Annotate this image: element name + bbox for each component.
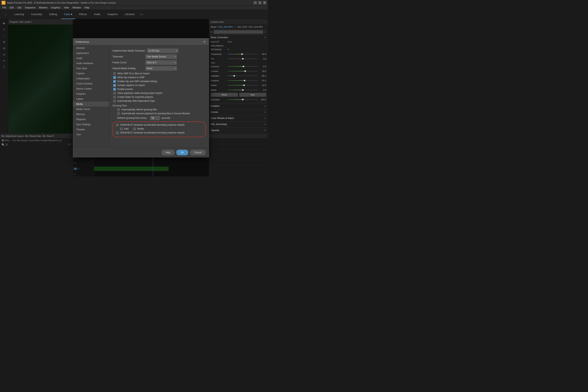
auto-hide-dependent-checkbox[interactable] <box>113 100 116 102</box>
panel-icon-6[interactable]: ◎ <box>0 51 8 58</box>
menu-sequence[interactable]: Sequence <box>23 6 37 10</box>
panel-icon-2[interactable]: ✂ <box>0 26 8 32</box>
sidebar-item-audio[interactable]: Audio <box>73 56 109 61</box>
sidebar-item-trim[interactable]: Trim <box>73 132 109 137</box>
vignette-header[interactable]: Vignette ✓ <box>211 129 266 132</box>
maximize-button[interactable]: □ <box>258 1 262 4</box>
sidebar-item-collaboration[interactable]: Collaboration <box>73 76 109 81</box>
menu-help[interactable]: Help <box>83 6 91 10</box>
indeterminate-timebase-select[interactable]: 23.976 fps <box>147 48 178 53</box>
tab-audio[interactable]: Audio <box>91 10 104 19</box>
menu-markers[interactable]: Markers <box>38 6 49 10</box>
bin-2-tab[interactable]: Bin: Ritural Clips <box>25 135 41 137</box>
sidebar-item-capture[interactable]: Capture <box>73 71 109 76</box>
clip1-name[interactable]: DSC_6141.MP4 <box>218 26 233 28</box>
cancel-button[interactable]: Cancel <box>190 150 206 155</box>
basic-correction-toggle[interactable]: ✓ <box>264 36 266 39</box>
tab-color[interactable]: Color <box>61 10 75 19</box>
sidebar-item-sync-settings[interactable]: Sync Settings <box>73 122 109 127</box>
minimize-button[interactable]: ─ <box>254 1 257 4</box>
curves-toggle[interactable]: ✓ <box>264 111 266 114</box>
sidebar-item-media[interactable]: Media <box>73 102 109 106</box>
sidebar-item-device-control[interactable]: Device Control <box>73 86 109 91</box>
temperature-slider[interactable] <box>228 54 258 54</box>
curves-header[interactable]: Curves ✓ <box>211 111 266 114</box>
allow-duplicate-checkbox[interactable] <box>113 92 116 94</box>
create-folder-checkbox[interactable] <box>113 96 116 98</box>
ok-button[interactable]: OK <box>176 150 188 155</box>
sidebar-item-audio-hardware[interactable]: Audio Hardware <box>73 61 109 66</box>
tint-slider[interactable] <box>228 58 258 59</box>
sidebar-item-auto-save[interactable]: Auto Save <box>73 66 109 71</box>
panel-icon-5[interactable]: ⊗ <box>0 45 8 51</box>
sidebar-item-general[interactable]: General <box>73 46 109 50</box>
sidebar-item-media-cache[interactable]: Media Cache <box>73 106 109 112</box>
menu-clip[interactable]: Clip <box>16 6 23 10</box>
window-controls[interactable]: ─ □ ✕ <box>254 1 266 4</box>
help-button[interactable]: Help <box>162 150 175 155</box>
highlights-slider[interactable] <box>228 76 258 76</box>
sidebar-item-control-surface[interactable]: Control Surface <box>73 81 109 86</box>
tab-graphics[interactable]: Graphics <box>104 10 121 19</box>
search-icon[interactable]: 🔍 <box>2 143 5 146</box>
bin-1-tab[interactable]: Bin: Adjustment Layers <box>2 135 24 137</box>
menu-graphics[interactable]: Graphics <box>50 6 62 10</box>
default-scaling-select[interactable]: None <box>146 66 177 70</box>
tab-libraries[interactable]: Libraries <box>122 10 138 19</box>
sidebar-item-timeline[interactable]: Timeline <box>73 127 109 132</box>
panel-icon-7[interactable]: ✏ <box>0 58 8 64</box>
sidebar-item-memory[interactable]: Memory <box>73 112 109 117</box>
lumetri-color-picker[interactable] <box>214 30 263 34</box>
panel-icon-3[interactable]: ↕ <box>0 32 8 39</box>
panel-icon-8[interactable]: T <box>0 64 8 70</box>
panel-icon-4[interactable]: ⊕ <box>0 39 8 45</box>
tab-assembly[interactable]: Assembly <box>28 10 45 19</box>
tab-learning[interactable]: Learning <box>11 10 27 19</box>
frame-count-select[interactable]: Start at 0 <box>146 60 177 65</box>
home-button[interactable]: ⌂ <box>3 12 8 17</box>
reset-icon[interactable]: ↺ <box>264 31 266 33</box>
menu-file[interactable]: File <box>1 6 8 10</box>
sidebar-item-graphics[interactable]: Graphics <box>73 91 109 96</box>
hsl-secondary-header[interactable]: HSL Secondary ✓ <box>211 123 266 126</box>
exposure-slider[interactable] <box>228 66 258 67</box>
sidebar-item-labels[interactable]: Labels <box>73 96 109 102</box>
reset-button[interactable]: Reset <box>211 93 238 97</box>
blacks-slider[interactable] <box>228 90 258 90</box>
hw-intel-checkbox[interactable] <box>120 128 122 130</box>
tab-effects[interactable]: Effects <box>76 10 90 19</box>
enable-proxies-checkbox[interactable]: ✓ <box>113 88 116 90</box>
saturation-slider[interactable] <box>228 99 258 100</box>
list-view-icon[interactable]: ☰ <box>6 143 8 146</box>
tab-editing[interactable]: Editing <box>46 10 60 19</box>
write-clip-markers-checkbox[interactable]: ✓ <box>113 76 116 79</box>
bin-3-tab[interactable]: Bin: Raw Fr <box>43 135 54 137</box>
basic-correction-header[interactable]: Basic Correction ✓ <box>211 36 266 39</box>
hw-decode-checkbox[interactable] <box>116 124 118 126</box>
panel-icon-1[interactable]: ▶ <box>0 20 8 26</box>
hsl-secondary-toggle[interactable]: ✓ <box>264 123 266 126</box>
enable-clip-metadata-checkbox[interactable]: ✓ <box>113 80 116 83</box>
shadows-slider[interactable] <box>228 80 258 81</box>
creative-toggle[interactable]: ✓ <box>264 105 266 108</box>
nav-more-button[interactable]: >> <box>138 12 144 17</box>
auto-button[interactable]: Auto <box>239 93 266 97</box>
whites-slider[interactable] <box>228 85 258 86</box>
menu-view[interactable]: View <box>62 6 70 10</box>
eyedropper-icon[interactable]: ✒ <box>228 48 229 51</box>
menu-edit[interactable]: Edit <box>8 6 15 10</box>
hw-nvidia-checkbox[interactable] <box>133 128 136 130</box>
hw-encode-checkbox[interactable] <box>116 132 118 134</box>
menu-window[interactable]: Window <box>71 6 82 10</box>
refresh-interval-input[interactable] <box>150 116 160 120</box>
include-captions-checkbox[interactable]: ✓ <box>113 84 116 87</box>
close-button[interactable]: ✕ <box>263 1 266 4</box>
dialog-close-button[interactable]: ✕ <box>202 40 206 44</box>
lumetri-menu-icon[interactable]: ≡ <box>265 21 266 23</box>
color-wheels-toggle[interactable]: ✓ <box>264 117 266 120</box>
sidebar-item-appearance[interactable]: Appearance <box>73 50 109 56</box>
creative-header[interactable]: Creative ✓ <box>211 105 266 108</box>
color-wheels-header[interactable]: Color Wheels & Match ✓ <box>211 117 266 120</box>
timecode-select[interactable]: Use Media Source <box>146 54 177 59</box>
sidebar-item-playback[interactable]: Playback <box>73 117 109 122</box>
